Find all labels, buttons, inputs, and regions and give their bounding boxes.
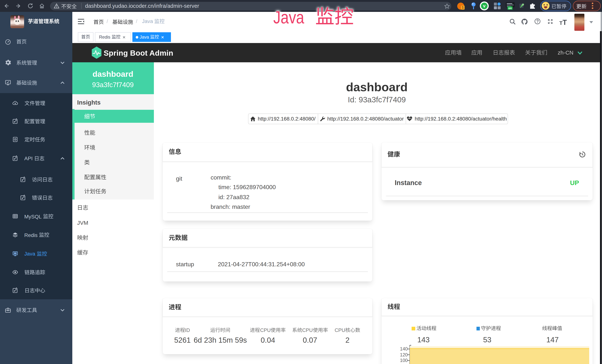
svg-text:on: on (508, 7, 512, 10)
